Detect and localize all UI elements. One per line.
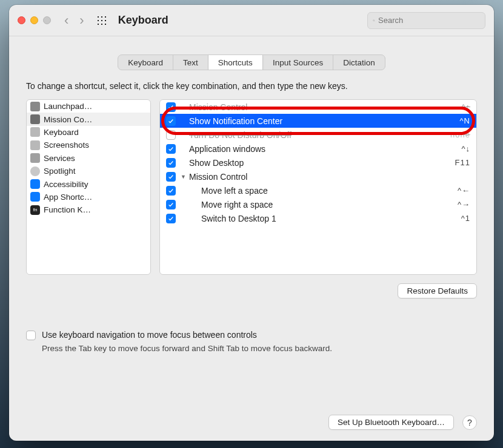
forward-button[interactable]: ›: [79, 14, 84, 27]
shortcut-label: Turn Do Not Disturb On/Off: [189, 130, 450, 140]
tab-dictation[interactable]: Dictation: [333, 55, 385, 70]
window-title: Keyboard: [118, 14, 367, 27]
shortcut-row[interactable]: Application windows^↓: [160, 142, 476, 156]
help-button[interactable]: ?: [462, 415, 477, 430]
category-label: Launchpad…: [44, 102, 92, 111]
shortcut-row[interactable]: Turn Do Not Disturb On/Offnone: [160, 128, 476, 142]
restore-defaults-button[interactable]: Restore Defaults: [398, 283, 477, 298]
category-label: Screenshots: [44, 140, 89, 150]
shortcut-keys: F11: [455, 158, 470, 167]
preferences-window: ‹ › Keyboard KeyboardTextShortcutsInput …: [9, 5, 494, 441]
category-label: Accessibility: [44, 180, 88, 189]
category-label: App Shortc…: [44, 193, 92, 202]
ss-icon: [30, 140, 40, 150]
tab-bar: KeyboardTextShortcutsInput SourcesDictat…: [9, 36, 494, 81]
app-icon: [30, 192, 40, 202]
category-item[interactable]: Launchpad…: [27, 100, 150, 113]
disclosure-triangle-icon[interactable]: ▼: [181, 174, 189, 180]
search-input[interactable]: [378, 16, 480, 25]
category-item[interactable]: Keyboard: [27, 126, 150, 139]
shortcut-checkbox[interactable]: [166, 214, 176, 223]
category-label: Spotlight: [44, 166, 76, 176]
category-item[interactable]: Mission Co…: [27, 113, 150, 125]
zoom-button[interactable]: [43, 16, 51, 24]
tab-shortcuts[interactable]: Shortcuts: [208, 55, 263, 70]
shortcut-label: Show Notification Center: [189, 116, 460, 126]
search-field[interactable]: [367, 12, 485, 29]
keyboard-nav-label: Use keyboard navigation to move focus be…: [42, 330, 257, 340]
shortcut-label: Move left a space: [189, 186, 458, 196]
titlebar: ‹ › Keyboard: [9, 5, 494, 36]
category-item[interactable]: fnFunction K…: [27, 203, 150, 216]
shortcut-checkbox[interactable]: [166, 102, 176, 112]
shortcut-keys: ^↑: [461, 102, 470, 111]
category-label: Keyboard: [44, 128, 79, 137]
shortcut-checkbox[interactable]: [166, 172, 176, 182]
category-list[interactable]: Launchpad…Mission Co…KeyboardScreenshots…: [26, 99, 151, 275]
shortcut-row[interactable]: Move right a space^→: [160, 197, 476, 211]
shortcut-checkbox[interactable]: [166, 186, 176, 196]
shortcut-row[interactable]: Switch to Desktop 1^1: [160, 211, 476, 225]
category-item[interactable]: Services: [27, 152, 150, 165]
close-button[interactable]: [18, 16, 25, 24]
shortcut-checkbox[interactable]: [166, 158, 176, 168]
instruction-text: To change a shortcut, select it, click t…: [26, 81, 477, 91]
category-item[interactable]: Spotlight: [27, 165, 150, 177]
nav-arrows: ‹ ›: [64, 14, 84, 27]
shortcut-label: Mission Control: [189, 102, 461, 112]
category-item[interactable]: Accessibility: [27, 177, 150, 190]
svg-point-0: [373, 19, 375, 21]
search-icon: [373, 16, 375, 25]
shortcut-list[interactable]: Mission Control^↑Show Notification Cente…: [159, 99, 477, 275]
shortcut-label: Switch to Desktop 1: [189, 214, 461, 223]
show-all-icon[interactable]: [96, 15, 107, 26]
shortcut-row[interactable]: Show DesktopF11: [160, 156, 476, 170]
shortcut-checkbox[interactable]: [166, 200, 176, 209]
keyboard-nav-checkbox[interactable]: [26, 331, 36, 340]
keyboard-nav-hint: Press the Tab key to move focus forward …: [42, 344, 477, 353]
shortcut-label: Move right a space: [189, 200, 458, 209]
category-label: Mission Co…: [44, 115, 92, 124]
sp-icon: [30, 166, 40, 176]
setup-bluetooth-button[interactable]: Set Up Bluetooth Keyboard…: [328, 415, 454, 430]
shortcut-row[interactable]: Move left a space^←: [160, 183, 476, 197]
sv-icon: [30, 153, 40, 163]
kb-icon: [30, 127, 40, 137]
svg-line-1: [375, 21, 375, 21]
shortcut-label: Mission Control: [189, 172, 470, 182]
shortcut-keys: ^N: [460, 116, 471, 125]
shortcut-keys: ^1: [461, 214, 470, 223]
tab-segmented-control[interactable]: KeyboardTextShortcutsInput SourcesDictat…: [118, 54, 385, 70]
category-label: Function K…: [44, 205, 91, 214]
shortcut-checkbox[interactable]: [166, 144, 176, 154]
shortcut-keys: ^↓: [461, 144, 470, 153]
acc-icon: [30, 179, 40, 189]
grid-icon: [30, 102, 40, 111]
fn-icon: fn: [30, 205, 40, 215]
shortcut-checkbox[interactable]: [166, 116, 176, 126]
shortcut-checkbox[interactable]: [166, 130, 176, 140]
tab-keyboard[interactable]: Keyboard: [118, 55, 173, 70]
category-item[interactable]: App Shortc…: [27, 191, 150, 203]
tab-text[interactable]: Text: [173, 55, 208, 70]
shortcut-row[interactable]: Mission Control^↑: [160, 100, 476, 114]
category-item[interactable]: Screenshots: [27, 139, 150, 151]
back-button[interactable]: ‹: [64, 14, 68, 27]
shortcut-label: Show Desktop: [189, 158, 455, 168]
mc-icon: [30, 114, 40, 124]
shortcut-keys: ^→: [458, 200, 470, 209]
shortcut-keys: ^←: [458, 186, 470, 195]
minimize-button[interactable]: [30, 16, 38, 24]
content-area: To change a shortcut, select it, click t…: [9, 81, 494, 441]
traffic-lights: [18, 16, 51, 24]
tab-input-sources[interactable]: Input Sources: [263, 55, 333, 70]
shortcut-keys: none: [450, 130, 470, 139]
shortcut-row[interactable]: Show Notification Center^N: [160, 114, 476, 128]
category-label: Services: [44, 154, 75, 163]
shortcut-label: Application windows: [189, 144, 461, 154]
shortcut-row[interactable]: ▼Mission Control: [160, 170, 476, 183]
